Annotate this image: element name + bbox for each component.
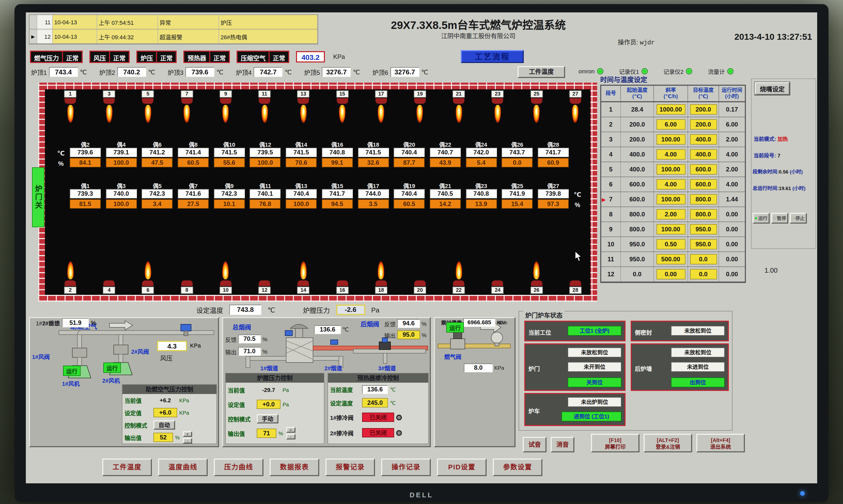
nav-button[interactable]: 报警记录: [325, 458, 375, 476]
schedule-row: 1 28.4 1000.00 200.0 0.17: [601, 102, 745, 117]
combustion-air-panel: 助燃空气 4.3 KPa 风压 1#风阀 2#风阀 运行 运行 1#风机 2#风…: [29, 317, 219, 447]
out-value-input[interactable]: 52: [154, 433, 173, 442]
nav-button[interactable]: PID设置: [437, 458, 487, 476]
nav-button[interactable]: 温度曲线: [158, 458, 208, 476]
chamber-pressure-label: 炉膛压力: [303, 305, 330, 315]
alarm-row-marker: [30, 15, 37, 29]
run-time: 2.00: [719, 132, 745, 147]
ramp-rate-input[interactable]: 0.50: [656, 239, 685, 249]
burner-body-icon: [453, 281, 464, 286]
eye-icon[interactable]: [396, 414, 402, 420]
function-label: 屏幕打印: [605, 444, 626, 450]
target-temp-input[interactable]: 200.0: [690, 119, 717, 130]
workpiece-temp-button[interactable]: 工件温度: [518, 66, 565, 78]
target-temp-input[interactable]: 600.0: [690, 179, 717, 190]
run-control-button[interactable]: ■ 运行: [753, 213, 770, 223]
pct: %: [422, 332, 427, 338]
ramp-rate-input[interactable]: 2.00: [656, 209, 685, 219]
nav-button[interactable]: 参数设置: [493, 458, 542, 476]
rear-flue-output[interactable]: 95.0: [397, 330, 420, 339]
target-temp-input[interactable]: 600.0: [690, 164, 717, 175]
increase-button[interactable]: +: [286, 427, 295, 433]
nav-button[interactable]: 工件温度: [102, 458, 152, 476]
ramp-rate-input[interactable]: 500.00: [656, 254, 685, 264]
ramp-rate-input[interactable]: 100.00: [656, 194, 685, 204]
burner: 8: [179, 248, 195, 294]
function-button[interactable]: [Alt+F4] 退出系统: [696, 434, 745, 452]
flue-temp-value: 136.6: [314, 325, 341, 334]
mode-toggle-button[interactable]: 手动: [257, 414, 279, 424]
decrease-button[interactable]: -: [286, 434, 295, 439]
fan-1-label: 1#风机: [62, 379, 80, 387]
burner-number: 6: [142, 287, 154, 294]
ramp-rate-input[interactable]: 100.00: [656, 224, 685, 234]
target-temp-input[interactable]: 0.0: [690, 254, 717, 264]
target-temp-input[interactable]: 800.0: [690, 209, 717, 219]
target-temp-input[interactable]: 0.0: [690, 269, 717, 280]
increase-button[interactable]: +: [183, 431, 192, 437]
target-temp-input[interactable]: 800.0: [690, 194, 717, 204]
thermocouple-output-pct: 3.4: [142, 199, 173, 209]
checkbox-icon: □: [773, 216, 776, 220]
ramp-rate-input[interactable]: 4.00: [656, 179, 685, 190]
burner-body-icon: [376, 281, 387, 286]
burner-number: 18: [375, 287, 388, 294]
sound-button[interactable]: 消音: [551, 437, 574, 452]
target-temp-input[interactable]: 400.0: [690, 134, 717, 145]
ramp-rate-input[interactable]: 1000.00: [656, 104, 685, 115]
burner-number: 12: [258, 287, 271, 294]
ramp-rate-input[interactable]: 4.00: [656, 149, 685, 160]
thermocouple-label: 偶9: [225, 181, 233, 189]
nav-button[interactable]: 操作记录: [381, 458, 431, 476]
ramp-rate-input[interactable]: 100.00: [656, 134, 685, 145]
car-state-2: 进到位 (工位1): [561, 412, 622, 421]
target-temp-input[interactable]: 200.0: [690, 104, 717, 115]
page-title: 29X7.3X8.5m台车式燃气炉控温系统: [328, 17, 628, 32]
thermocouple-cell: 偶7 741.6 27.5: [177, 181, 210, 209]
furnace-chamber: 1 3 5: [45, 89, 590, 295]
set-value-input[interactable]: +0.0: [257, 400, 281, 409]
mode-toggle-button[interactable]: 自动: [154, 420, 175, 430]
run-time: 4.00: [719, 147, 745, 162]
thermocouple-temp: 741.6: [178, 189, 209, 198]
alarm-row[interactable]: 11 10-04-13 上午 07:54:51 异常 炉压: [30, 15, 318, 30]
out-value-input[interactable]: 71: [257, 429, 276, 438]
burner-body-icon: [259, 98, 270, 104]
nav-button[interactable]: 数据报表: [270, 458, 319, 476]
target-temp: 400.0: [688, 147, 719, 162]
burner-settings-title[interactable]: 烧嘴设定: [755, 82, 790, 95]
set-temp-input[interactable]: 245.0: [362, 398, 388, 408]
roof-temp-unit: ℃: [285, 68, 292, 76]
thermocouple-temp: 739.6: [70, 148, 101, 157]
process-flow-button[interactable]: 工艺流程: [461, 50, 524, 63]
car-state-1: 未出炉到位: [568, 397, 622, 407]
function-button[interactable]: [ALT+F2] 登录&注销: [644, 434, 692, 452]
sound-button[interactable]: 试音: [523, 437, 546, 452]
thermocouple-temp: 742.3: [142, 189, 173, 198]
thermocouple-output-pct: 100.0: [106, 199, 137, 209]
target-temp-input[interactable]: 950.0: [690, 224, 717, 234]
ramp-rate-input[interactable]: 6.00: [656, 119, 685, 130]
burner: 17: [374, 90, 389, 136]
ramp-rate: 100.00: [654, 192, 688, 206]
ramp-rate-input[interactable]: 100.00: [656, 164, 685, 175]
thermocouple-label: 偶23: [475, 181, 487, 189]
nav-button[interactable]: 压力曲线: [214, 458, 264, 476]
target-temp-input[interactable]: 400.0: [690, 149, 717, 160]
segment-number: 12: [601, 267, 621, 282]
alarm-row[interactable]: ▶ 12 10-04-13 上午 09:44:32 超温报警 26#热电偶: [30, 30, 318, 44]
function-button[interactable]: [F10] 屏幕打印: [591, 434, 640, 452]
burner: 18: [374, 248, 389, 294]
run-control-button[interactable]: □ 暂停: [771, 213, 788, 223]
ramp-rate-input[interactable]: 0.00: [656, 269, 685, 280]
compressed-air-pressure-value: 403.2: [296, 51, 325, 62]
run-control-button[interactable]: □ 停止: [790, 213, 807, 223]
decrease-button[interactable]: -: [183, 438, 192, 444]
burner-body-icon: [259, 281, 270, 286]
thermocouple-temp: 741.5: [214, 148, 245, 157]
set-value-input[interactable]: +6.0: [154, 408, 177, 417]
eye-icon[interactable]: [396, 430, 402, 436]
burner: 24: [490, 248, 505, 294]
target-temp-input[interactable]: 950.0: [690, 239, 717, 249]
status-name: 压缩空气: [238, 52, 269, 62]
